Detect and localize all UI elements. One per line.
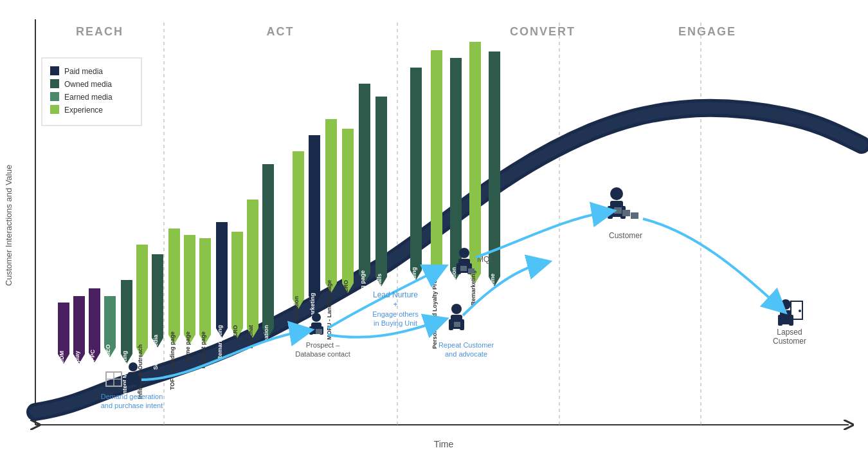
svg-text:Remarketing: Remarketing [470,270,476,306]
section-convert: CONVERT [510,25,575,38]
svg-marker-25 [199,238,211,344]
svg-point-92 [781,299,791,310]
svg-text:Search PPC: Search PPC [89,350,96,383]
svg-text:SEO: SEO [105,344,111,357]
svg-text:Display: Display [74,351,80,371]
svg-text:Remarketing: Remarketing [217,325,223,360]
svg-text:BOFU - Landing page: BOFU - Landing page [359,270,366,330]
svg-rect-91 [631,212,638,219]
legend-earned: Earned media [64,93,113,102]
svg-rect-76 [457,263,461,274]
legend-experience: Experience [64,106,103,115]
svg-text:Personalisation: Personalisation [451,267,457,310]
label-advocate: and advocate [445,350,487,358]
svg-rect-79 [468,268,475,274]
svg-rect-87 [608,206,613,219]
label-prospect: Prospect – [306,341,340,349]
svg-rect-94 [778,315,782,326]
svg-point-74 [459,248,469,258]
legend-owned: Owned media [64,80,112,89]
section-engage: ENGAGE [678,25,736,38]
label-customer: Customer [609,231,642,240]
label-in-buying: in Buying Unit [374,319,417,327]
svg-rect-61 [50,105,59,114]
svg-rect-65 [136,377,140,386]
label-lapsed: Lapsed [777,328,802,337]
svg-text:Home page: Home page [185,331,191,363]
svg-marker-41 [342,129,354,293]
svg-marker-33 [262,164,274,338]
svg-marker-39 [325,119,337,293]
section-reach: REACH [76,25,123,38]
svg-text:CRO: CRO [343,280,349,293]
svg-rect-89 [614,207,622,214]
svg-rect-78 [460,266,467,271]
svg-rect-90 [622,210,630,216]
label-lead-nurture: Lead Nurture [373,290,418,299]
legend-paid: Paid media [64,67,103,76]
svg-point-69 [312,313,321,322]
label-plus: + [393,300,397,309]
svg-point-62 [129,362,138,371]
svg-marker-17 [136,245,148,357]
svg-text:Marketing Automation: Marketing Automation [263,325,269,386]
svg-marker-47 [410,68,422,280]
label-repeat: Repeat Customer [439,341,494,349]
label-demand: Demand generation [101,393,163,400]
svg-marker-51 [450,58,462,280]
svg-text:TOFU - Landing page: TOFU - Landing page [169,331,176,390]
svg-text:Influencer Outreach: Influencer Outreach [137,344,143,399]
svg-point-97 [799,310,801,312]
svg-rect-59 [50,79,59,88]
y-axis-label: Customer Interactions and Value [4,165,14,286]
label-lapsed2: Customer [773,337,806,346]
svg-rect-58 [50,66,59,75]
svg-marker-53 [469,42,481,283]
svg-point-85 [610,187,623,200]
svg-marker-21 [168,228,180,344]
svg-rect-60 [50,92,59,101]
x-axis-label: Time [434,439,454,449]
svg-marker-37 [309,135,320,306]
svg-rect-82 [449,319,453,330]
section-act: ACT [267,25,294,38]
svg-text:Social Media: Social Media [152,334,159,370]
label-engage-others: Engage others [372,310,419,318]
label-database: Database contact [295,350,350,358]
svg-rect-73 [316,329,322,334]
chart-container: Customer Interactions and Value Time REA… [0,0,868,457]
svg-text:Print/DM: Print/DM [59,351,65,375]
svg-marker-49 [431,50,442,279]
svg-marker-31 [247,200,258,338]
svg-text:CRO: CRO [232,325,239,338]
svg-marker-43 [359,84,370,283]
svg-marker-35 [293,151,304,309]
main-chart: Customer Interactions and Value Time REA… [0,0,868,457]
svg-marker-27 [216,222,228,338]
svg-point-80 [451,304,462,314]
label-purchase: and purchase intent [101,402,163,409]
svg-text:Personalized Loyalty Program: Personalized Loyalty Program [431,266,438,349]
svg-text:MOFU - Landing page: MOFU - Landing page [326,280,332,340]
svg-text:Product page: Product page [200,331,206,369]
svg-marker-19 [152,254,163,348]
svg-marker-23 [184,235,195,344]
svg-rect-64 [126,377,130,386]
svg-marker-29 [231,232,243,338]
svg-rect-71 [309,326,313,335]
svg-marker-45 [375,97,387,286]
svg-rect-83 [460,319,464,330]
svg-rect-84 [454,322,460,327]
